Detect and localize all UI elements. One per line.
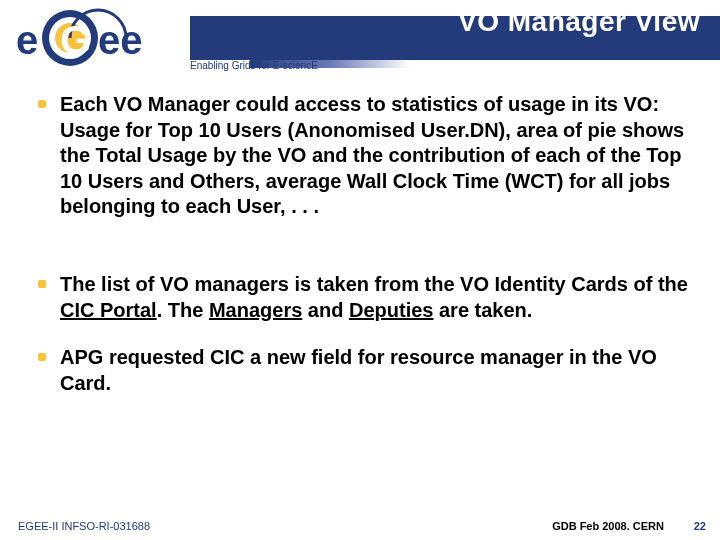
tagline: Enabling Grids for E-sciencE	[190, 60, 318, 71]
bullet-text: Each VO Manager could access to statisti…	[60, 92, 690, 220]
slide: VO Manager View e G ee Enabling Grids fo…	[0, 0, 720, 540]
body: Each VO Manager could access to statisti…	[38, 92, 690, 418]
slide-title: VO Manager View	[458, 6, 710, 38]
bullet-item: The list of VO managers is taken from th…	[38, 272, 690, 323]
bullet-icon	[38, 353, 46, 361]
footer-left: EGEE-II INFSO-RI-031688	[18, 520, 150, 532]
bullet-item: APG requested CIC a new field for resour…	[38, 345, 690, 396]
svg-text:ee: ee	[98, 18, 143, 62]
bullet-icon	[38, 280, 46, 288]
footer: EGEE-II INFSO-RI-031688 GDB Feb 2008. CE…	[0, 512, 720, 532]
footer-right: GDB Feb 2008. CERN	[552, 520, 664, 532]
svg-text:e: e	[16, 18, 38, 62]
bullet-text: The list of VO managers is taken from th…	[60, 272, 690, 323]
svg-text:G: G	[60, 18, 91, 62]
egee-logo: e G ee	[12, 8, 182, 68]
header-inner: VO Manager View	[176, 0, 710, 44]
page-number: 22	[694, 520, 706, 532]
logo-area: e G ee	[0, 0, 190, 80]
bullet-text: APG requested CIC a new field for resour…	[60, 345, 690, 396]
bullet-item: Each VO Manager could access to statisti…	[38, 92, 690, 220]
bullet-icon	[38, 100, 46, 108]
